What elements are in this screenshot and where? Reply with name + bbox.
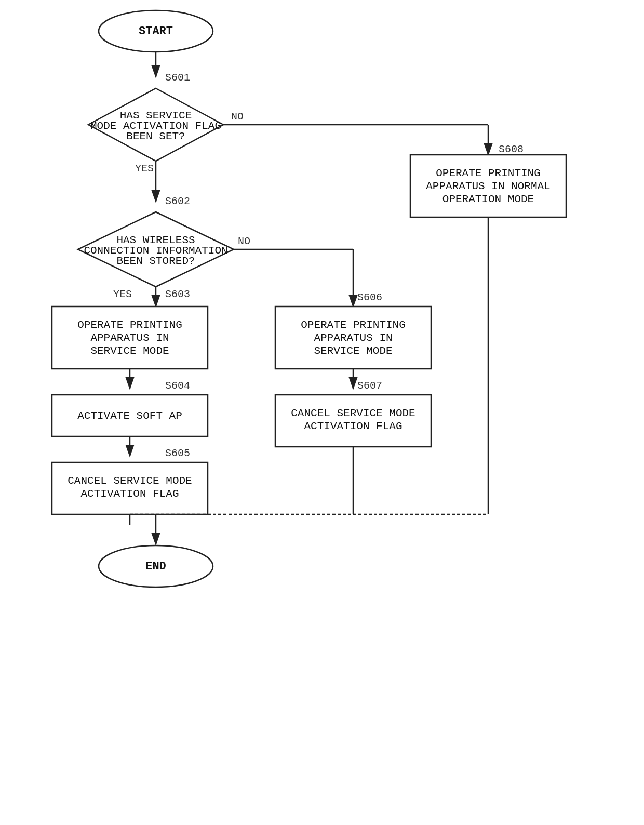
- start-label: START: [139, 25, 173, 38]
- s607-text-2: ACTIVATION FLAG: [304, 420, 402, 432]
- s605-text-2: ACTIVATION FLAG: [81, 488, 179, 500]
- s607-step-label: S607: [357, 380, 382, 392]
- s601-text-3: BEEN SET?: [126, 130, 185, 142]
- s604-text-1: ACTIVATE SOFT AP: [77, 410, 182, 422]
- s606-step-label: S606: [357, 291, 382, 303]
- s601-step-label: S601: [165, 72, 190, 84]
- s603-text-3: SERVICE MODE: [90, 345, 169, 357]
- s607-text-1: CANCEL SERVICE MODE: [291, 407, 415, 419]
- s608-text-1: OPERATE PRINTING: [436, 167, 541, 179]
- s603-text-2: APPARATUS IN: [90, 332, 169, 344]
- s601-no-label: NO: [231, 111, 244, 123]
- s601-yes-label: YES: [135, 163, 154, 175]
- s606-text-3: SERVICE MODE: [314, 345, 392, 357]
- s604-step-label: S604: [165, 380, 190, 392]
- s605-text-1: CANCEL SERVICE MODE: [68, 475, 192, 487]
- s608-text-2: APPARATUS IN NORMAL: [426, 180, 550, 192]
- s602-text-3: BEEN STORED?: [116, 255, 195, 267]
- s602-no-label: NO: [238, 235, 250, 247]
- s602-yes-label: YES: [113, 288, 132, 300]
- end-label: END: [145, 560, 166, 573]
- s608-text-3: OPERATION MODE: [442, 193, 534, 205]
- s603-step-label: S603: [165, 288, 190, 300]
- s605-step-label: S605: [165, 447, 190, 459]
- s606-text-2: APPARATUS IN: [314, 332, 392, 344]
- s606-text-1: OPERATE PRINTING: [301, 319, 406, 331]
- s608-step-label: S608: [499, 143, 524, 155]
- s603-text-1: OPERATE PRINTING: [77, 319, 182, 331]
- s602-step-label: S602: [165, 195, 190, 207]
- flowchart-diagram: START S601 HAS SERVICE MODE ACTIVATION F…: [0, 0, 644, 825]
